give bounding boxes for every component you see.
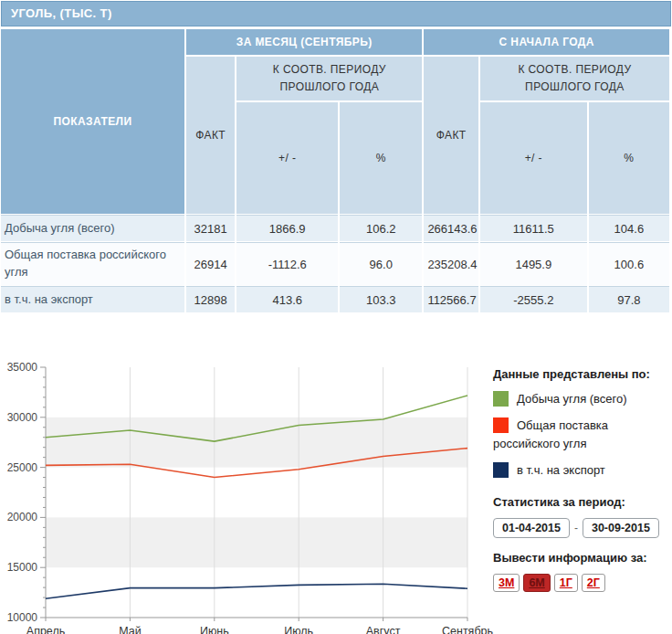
header-ytd-vs-prev: К СООТВ. ПЕРИОДУ ПРОШЛОГО ГОДА [480, 57, 669, 100]
header-indicators: ПОКАЗАТЕЛИ [1, 29, 184, 214]
date-from-button[interactable]: 01-04-2015 [493, 518, 570, 538]
header-ytd-fact: ФАКТ [424, 57, 478, 214]
coal-statistics-table: ПОКАЗАТЕЛИ ЗА МЕСЯЦ (СЕНТЯБРЬ) С НАЧАЛА … [0, 27, 671, 314]
legend-item: Общая поставка российского угля [493, 417, 668, 453]
svg-text:Июнь: Июнь [200, 625, 229, 634]
range-button-6m[interactable]: 6М [523, 574, 550, 592]
header-ytd-group: С НАЧАЛА ГОДА [424, 29, 669, 55]
row-label: в т.ч. на экспорт [1, 287, 184, 312]
header-month-group: ЗА МЕСЯЦ (СЕНТЯБРЬ) [186, 29, 422, 55]
svg-text:15000: 15000 [7, 561, 38, 574]
period-heading: Статистика за период: [493, 495, 668, 509]
svg-text:Сентябрь: Сентябрь [442, 625, 493, 634]
ytd-pct-value: 104.6 [589, 216, 669, 241]
legend-item: Добыча угля (всего) [493, 390, 668, 408]
svg-text:Июль: Июль [284, 625, 313, 634]
ytd-fact-value: 266143.6 [424, 216, 478, 241]
legend-swatch-red-icon [493, 417, 509, 433]
svg-text:25000: 25000 [7, 461, 38, 474]
svg-text:Апрель: Апрель [26, 625, 65, 634]
ytd-delta-value: 11611.5 [480, 216, 587, 241]
month-pct-value: 103.3 [340, 287, 422, 312]
month-pct-value: 106.2 [340, 216, 422, 241]
svg-text:Май: Май [119, 625, 142, 634]
ytd-pct-value: 97.8 [589, 287, 669, 312]
legend-label: Общая поставка российского угля [493, 418, 608, 450]
table-row: Добыча угля (всего) 32181 1866.9 106.2 2… [1, 216, 669, 241]
month-delta-value: -1112.6 [236, 243, 338, 285]
date-to-button[interactable]: 30-09-2015 [583, 518, 659, 538]
range-button-2y[interactable]: 2Г [582, 574, 605, 592]
ytd-delta-value: -2555.2 [480, 287, 587, 312]
period-controls: 01-04-2015 - 30-09-2015 [493, 518, 668, 538]
header-month-percent: % [340, 102, 422, 214]
month-delta-value: 413.6 [236, 287, 338, 312]
coal-line-chart: 100001500020000250003000035000АпрельМайИ… [0, 353, 493, 634]
header-ytd-delta: +/ - [480, 102, 587, 214]
row-label: Добыча угля (всего) [1, 216, 184, 241]
page-title: УГОЛЬ, (ТЫС. Т) [1, 1, 671, 26]
svg-text:10000: 10000 [7, 611, 38, 624]
svg-text:35000: 35000 [7, 361, 38, 374]
row-label: Общая поставка российского угля [1, 243, 184, 285]
ytd-delta-value: 1495.9 [480, 243, 587, 285]
header-ytd-percent: % [589, 102, 669, 214]
legend-label: в т.ч. на экспорт [517, 463, 605, 477]
range-button-1y[interactable]: 1Г [554, 574, 578, 592]
month-delta-value: 1866.9 [236, 216, 338, 241]
ytd-fact-value: 112566.7 [424, 287, 478, 312]
legend-item: в т.ч. на экспорт [493, 461, 668, 480]
ytd-fact-value: 235208.4 [424, 243, 478, 285]
date-range-dash: - [574, 522, 578, 534]
legend-swatch-green-icon [493, 391, 509, 407]
legend-label: Добыча угля (всего) [517, 392, 627, 406]
svg-text:20000: 20000 [7, 511, 38, 523]
range-heading: Вывести информацию за: [493, 551, 668, 565]
month-fact-value: 32181 [186, 216, 235, 241]
header-month-vs-prev: К СООТВ. ПЕРИОДУ ПРОШЛОГО ГОДА [236, 57, 422, 100]
table-row: Общая поставка российского угля 26914 -1… [1, 243, 669, 285]
ytd-pct-value: 100.6 [589, 243, 669, 285]
header-month-delta: +/ - [236, 102, 338, 214]
table-row: в т.ч. на экспорт 12898 413.6 103.3 1125… [1, 287, 669, 312]
chart-sidebar: Данные представлены по: Добыча угля (все… [493, 353, 672, 634]
legend-heading: Данные представлены по: [493, 367, 668, 381]
legend-swatch-navy-icon [493, 462, 509, 478]
svg-text:Август: Август [366, 625, 401, 634]
month-fact-value: 12898 [186, 287, 235, 312]
month-fact-value: 26914 [186, 243, 235, 285]
range-buttons: 3М 6М 1Г 2Г [493, 574, 668, 592]
month-pct-value: 96.0 [340, 243, 422, 285]
header-month-fact: ФАКТ [186, 57, 235, 214]
range-button-3m[interactable]: 3М [493, 574, 520, 592]
svg-text:30000: 30000 [7, 411, 38, 424]
